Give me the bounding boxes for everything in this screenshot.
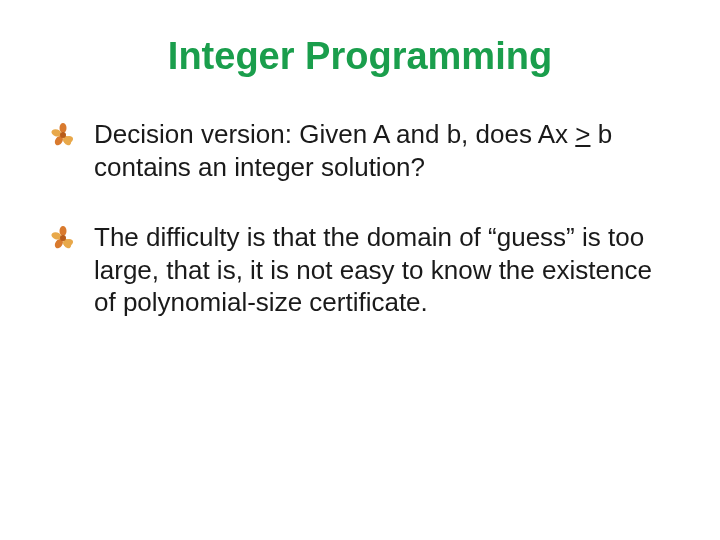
page-title: Integer Programming (50, 35, 670, 78)
bullet-text-prefix: Decision version: Given A and b, does Ax (94, 119, 575, 149)
flower-bullet-icon (50, 225, 76, 251)
svg-point-5 (60, 132, 66, 138)
bullet-text-underlined: > (575, 119, 590, 149)
svg-point-6 (60, 226, 67, 236)
list-item: The difficulty is that the domain of “gu… (50, 221, 670, 319)
svg-point-11 (60, 235, 66, 241)
flower-bullet-icon (50, 122, 76, 148)
svg-point-0 (60, 123, 67, 133)
bullet-list: Decision version: Given A and b, does Ax… (50, 118, 670, 319)
list-item: Decision version: Given A and b, does Ax… (50, 118, 670, 183)
bullet-text-prefix: The difficulty is that the domain of “gu… (94, 222, 652, 317)
